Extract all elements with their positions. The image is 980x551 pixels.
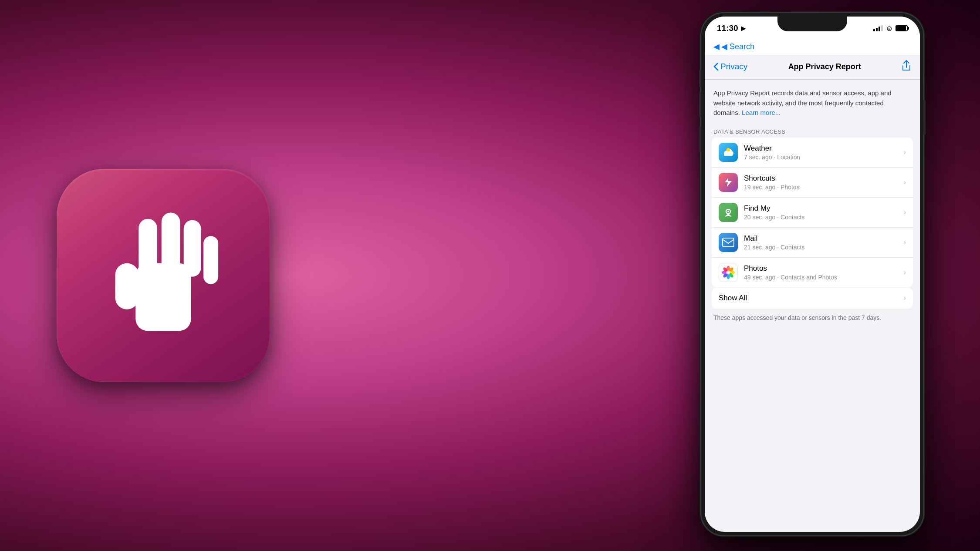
list-item[interactable]: Mail 21 sec. ago · Contacts › [712,228,913,258]
findmy-app-info: Find My 20 sec. ago · Contacts [744,204,904,221]
shortcuts-icon-graphic [723,177,734,188]
weather-app-info: Weather 7 sec. ago · Location [744,144,904,161]
findmy-chevron-icon: › [904,208,906,216]
app-list: Weather 7 sec. ago · Location › [712,138,913,287]
content-area: App Privacy Report records data and sens… [705,80,920,327]
mail-icon-graphic [722,238,734,247]
time-display: 11:30 [717,24,738,33]
silent-switch [699,70,701,87]
svg-rect-4 [184,220,201,277]
section-header: DATA & SENSOR ACCESS [705,125,920,138]
mail-app-icon [719,233,738,252]
wifi-icon: ⊜ [886,24,892,33]
photos-app-detail: 49 sec. ago · Contacts and Photos [744,274,904,281]
app-icon-container [57,169,270,382]
search-nav-bar: ◀ ◀ Search [705,40,920,55]
photos-app-info: Photos 49 sec. ago · Contacts and Photos [744,264,904,281]
svg-rect-1 [115,263,139,309]
list-item[interactable]: Find My 20 sec. ago · Contacts › [712,198,913,228]
power-button [923,100,926,135]
svg-point-10 [727,148,730,151]
signal-bar-3 [879,27,880,31]
svg-point-23 [726,270,730,275]
mail-app-info: Mail 21 sec. ago · Contacts [744,234,904,251]
status-time: 11:30 ▶ [717,24,746,33]
share-button[interactable] [902,60,911,73]
shortcuts-app-icon [719,173,738,192]
nav-back-button[interactable]: Privacy [713,62,747,71]
hand-icon [98,202,229,349]
description-body: App Privacy Report records data and sens… [713,89,892,116]
signal-bars-icon [873,25,883,31]
location-arrow-icon: ▶ [741,25,746,32]
signal-bar-4 [881,25,883,31]
photos-icon-graphic [719,263,737,282]
svg-rect-13 [723,238,734,247]
findmy-icon-graphic [723,207,734,218]
list-item[interactable]: Weather 7 sec. ago · Location › [712,138,913,168]
app-icon [57,169,270,382]
weather-app-name: Weather [744,144,904,153]
learn-more-link[interactable]: Learn more... [742,109,781,116]
volume-up-button [699,91,701,118]
shortcuts-app-info: Shortcuts 19 sec. ago · Photos [744,174,904,191]
share-icon [902,60,911,71]
shortcuts-app-name: Shortcuts [744,174,904,183]
svg-rect-3 [162,213,180,275]
phone-screen: 11:30 ▶ ⊜ [705,17,920,532]
show-all-row[interactable]: Show All › [712,288,913,309]
svg-point-12 [727,211,729,212]
weather-app-icon [719,143,738,162]
signal-bar-2 [876,28,878,31]
search-back-icon: ◀ [713,42,720,51]
shortcuts-chevron-icon: › [904,178,906,186]
shortcuts-app-detail: 19 sec. ago · Photos [744,184,904,191]
photos-app-icon [719,263,738,282]
signal-bar-1 [873,29,875,31]
description-text: App Privacy Report records data and sens… [713,89,892,116]
mail-chevron-icon: › [904,239,906,246]
nav-back-label: Privacy [720,62,747,71]
weather-app-detail: 7 sec. ago · Location [744,154,904,161]
volume-down-button [699,126,701,152]
nav-bar: Privacy App Privacy Report [705,55,920,80]
notch [777,17,847,31]
show-all-label: Show All [719,294,904,302]
findmy-app-name: Find My [744,204,904,213]
weather-chevron-icon: › [904,148,906,156]
show-all-chevron-icon: › [904,294,906,302]
weather-icon-graphic [722,146,734,158]
phone-frame: 11:30 ▶ ⊜ [701,13,923,535]
findmy-app-icon [719,203,738,222]
battery-icon [896,25,908,31]
photos-chevron-icon: › [904,269,906,276]
list-item[interactable]: Shortcuts 19 sec. ago · Photos › [712,168,913,198]
back-chevron-icon [713,62,719,71]
footer-note: These apps accessed your data or sensors… [705,309,920,328]
mail-app-detail: 21 sec. ago · Contacts [744,244,904,251]
search-back-label[interactable]: ◀ Search [721,42,754,51]
battery-fill [896,26,906,30]
photos-app-name: Photos [744,264,904,273]
svg-rect-5 [203,236,218,284]
findmy-app-detail: 20 sec. ago · Contacts [744,214,904,221]
list-item[interactable]: Photos 49 sec. ago · Contacts and Photos… [712,258,913,287]
status-right: ⊜ [873,24,908,33]
phone-container: 11:30 ▶ ⊜ [701,13,923,535]
nav-title: App Privacy Report [747,62,902,71]
mail-app-name: Mail [744,234,904,243]
description-section: App Privacy Report records data and sens… [705,80,920,125]
svg-rect-9 [724,154,733,156]
svg-rect-2 [139,219,157,278]
